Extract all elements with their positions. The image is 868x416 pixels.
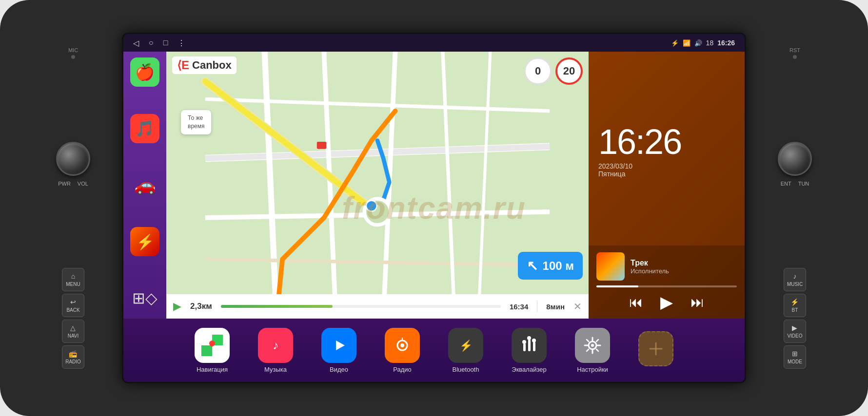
top-section: 🍎 🎵 🚗 ⚡ ⊞◇ [123,52,745,319]
bluetooth-dock-icon: ⚡ [448,328,483,363]
track-name: Трек [631,259,737,267]
svg-rect-0 [205,52,550,319]
clock-time: 16:26 [598,124,735,159]
canbox-logo: ⟨E Canbox [172,57,237,74]
bt-button[interactable]: ⚡ BT [784,294,806,317]
bottom-dock: Навигация ♪ Музыка [123,319,745,382]
route-time-left: 8мин [546,303,565,311]
music-dock-label: Музыка [264,366,287,373]
svg-rect-34 [533,342,535,351]
screen-content: 🍎 🎵 🚗 ⚡ ⊞◇ [123,52,745,382]
turn-arrow-icon: ↖ [527,258,538,274]
status-indicators: ⚡ 📶 🔊 18 16:26 [671,39,735,47]
speed-limit: 20 [555,57,583,85]
svg-text:⚡: ⚡ [459,339,473,352]
nav-controls: ◁ ○ □ ⋮ [133,38,185,48]
route-eta: 16:34 [510,303,528,311]
left-button-group: ⌂ MENU ↩ BACK △ NAVI 📻 RADIO [62,268,84,369]
route-close-button[interactable]: ✕ [573,301,582,312]
radio-button[interactable]: 📻 RADIO [62,345,84,369]
clock-section: 16:26 2023/03/10 Пятница [589,52,745,246]
bluetooth-status-icon: ⚡ [671,39,679,47]
sidebar-kino[interactable]: ⚡ [130,227,159,256]
radio-dock-icon [385,328,420,363]
prev-track-button[interactable]: ⏮ [629,294,643,310]
left-panel: MIC PWR VOL ⌂ MENU ↩ BACK △ NAVI [24,38,122,378]
volume-status-icon: 🔊 [694,39,702,47]
menu-button[interactable]: ⌂ MENU [62,268,84,291]
music-info: Трек Исполнитель [596,252,737,281]
track-artist: Исполнитель [631,267,737,275]
screen: ◁ ○ □ ⋮ ⚡ 📶 🔊 18 16:26 🍎 [122,33,746,383]
album-art [596,252,625,281]
home-nav-icon[interactable]: ○ [149,38,154,48]
svg-text:♪: ♪ [273,339,278,352]
left-knob[interactable] [56,142,90,176]
route-progress-fill [221,305,333,308]
svg-point-40 [591,344,594,347]
bluetooth-dock-label: Bluetooth [453,366,479,373]
volume-level: 18 [706,39,714,47]
svg-point-36 [527,336,531,340]
equalizer-dock-icon [512,328,547,363]
svg-point-35 [522,340,526,344]
mic-label: MIC [68,47,78,53]
sidebar-music[interactable]: 🎵 [130,114,159,143]
map-area[interactable]: ⟨E Canbox 0 20 То жевремя [166,52,589,319]
rst-dot [793,55,797,59]
current-speed: 0 [524,57,552,85]
menu-nav-icon[interactable]: ⋮ [178,38,185,48]
right-button-group: ♪ MUSIC ⚡ BT ▶ VIDEO ⊞ MODE [784,268,806,369]
svg-rect-32 [523,343,526,351]
dock-item-maps[interactable]: Навигация [185,328,239,373]
info-panel: 16:26 2023/03/10 Пятница [589,52,745,319]
music-right-button[interactable]: ♪ MUSIC [784,268,806,291]
svg-point-27 [400,343,404,347]
speed-container: 0 20 [524,57,583,85]
svg-point-14 [366,201,377,211]
app-sidebar: 🍎 🎵 🚗 ⚡ ⊞◇ [123,52,166,319]
sidebar-carplay[interactable]: 🍎 [130,57,159,87]
back-button[interactable]: ↩ BACK [62,294,84,317]
nav-instruction: ↖ 100 м [518,252,583,280]
dock-item-radio[interactable]: Радио [375,328,429,373]
playback-progress-bar [596,285,737,287]
dock-item-bluetooth[interactable]: ⚡ Bluetooth [439,328,493,373]
play-pause-button[interactable]: ▶ [660,292,673,312]
dock-item-equalizer[interactable]: Эквалайзер [502,328,556,373]
svg-rect-17 [201,345,212,356]
dock-item-plus[interactable] [629,331,683,369]
back-nav-icon[interactable]: ◁ [133,38,139,48]
recents-nav-icon[interactable]: □ [163,38,168,48]
dock-item-video[interactable]: Видео [312,328,366,373]
right-knob-labels: ENT TUN [781,181,809,187]
next-track-button[interactable]: ⏭ [690,294,704,310]
svg-rect-33 [528,340,531,351]
mode-button[interactable]: ⊞ MODE [784,345,806,369]
dock-item-settings[interactable]: Настройки [566,328,619,373]
status-time: 16:26 [717,39,735,47]
car-unit: MIC PWR VOL ⌂ MENU ↩ BACK △ NAVI [0,0,868,416]
navi-button[interactable]: △ NAVI [62,320,84,343]
settings-dock-label: Настройки [577,366,608,373]
route-progress-bar [221,305,501,308]
wifi-status-icon: 📶 [683,39,690,47]
status-bar: ◁ ○ □ ⋮ ⚡ 📶 🔊 18 16:26 [123,34,745,52]
radio-dock-label: Радио [393,366,412,373]
maps-dock-icon [195,328,230,363]
sidebar-car[interactable]: 🚗 [130,170,159,200]
video-dock-icon [321,328,356,363]
equalizer-dock-label: Эквалайзер [512,366,546,373]
clock-date: 2023/03/10 Пятница [598,162,735,178]
music-controls: ⏮ ▶ ⏭ [596,292,737,312]
right-knob[interactable] [778,142,812,176]
maps-dock-label: Навигация [197,366,228,373]
playback-progress-fill [596,285,638,287]
canbox-logo-text: Canbox [192,59,232,72]
dock-item-music[interactable]: ♪ Музыка [249,328,302,373]
sidebar-grid[interactable]: ⊞◇ [130,284,159,313]
music-dock-icon: ♪ [258,328,293,363]
video-right-button[interactable]: ▶ VIDEO [784,320,806,343]
svg-rect-15 [317,142,326,149]
route-info-bar: ▶ 2,3км 16:34 8мин ✕ [166,294,589,319]
